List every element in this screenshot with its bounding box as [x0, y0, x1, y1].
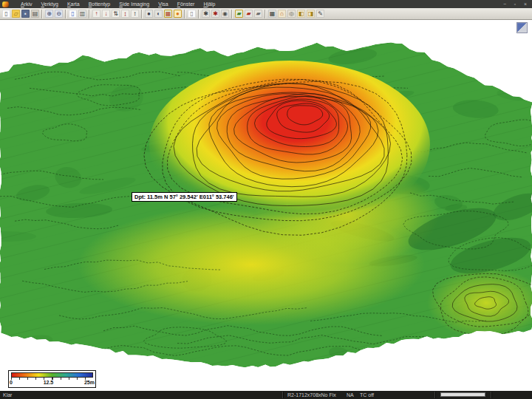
home-position-icon[interactable]: ⌂ — [278, 10, 286, 18]
toolbar-separator — [41, 10, 43, 18]
toolbar-separator — [231, 10, 233, 18]
swap-depth-icon[interactable]: ⇅ — [112, 10, 120, 18]
menu-item-f-nster[interactable]: Fönster — [173, 0, 200, 8]
grid-table-icon[interactable]: ▦ — [268, 10, 276, 18]
menu-item-visa[interactable]: Visa — [154, 0, 173, 8]
menu-item-karta[interactable]: Karta — [63, 0, 84, 8]
depth-scale-legend: 0 12.5 25m — [8, 370, 96, 388]
legend-mid-label: 12.5 — [44, 380, 54, 386]
toolbar-separator — [141, 10, 143, 18]
open-folder-icon[interactable]: ▱ — [12, 10, 20, 18]
status-na-text: NA — [347, 391, 354, 399]
legend-max-label: 25m — [84, 380, 95, 386]
menu-item-verktyg[interactable]: Verktyg — [37, 0, 63, 8]
status-progress-indicator — [440, 392, 485, 397]
toolbar-separator — [65, 10, 66, 18]
menu-item-bottentyp[interactable]: Bottentyp — [84, 0, 115, 8]
new-document-icon[interactable]: ▯ — [2, 10, 10, 18]
menu-item-arkiv[interactable]: Arkiv — [16, 0, 37, 8]
sonar-disc-icon[interactable]: ◉ — [221, 10, 229, 18]
menu-bar: ArkivVerktygKartaBottentypSide ImagingVi… — [0, 0, 532, 8]
menu-item-hj-lp[interactable]: Hjälp — [199, 0, 219, 8]
bathymetry-3d-terrain[interactable] — [0, 21, 532, 391]
minimize-button-icon[interactable]: − — [502, 0, 508, 8]
export-disc-icon[interactable]: ◎ — [287, 10, 296, 18]
toolbar-separator — [198, 10, 200, 18]
save-icon[interactable]: ▪ — [21, 10, 30, 18]
status-bar: Klar R2-1712x708xNo Fix NA TC off — [0, 391, 532, 399]
globe-3d-icon[interactable]: ● — [145, 10, 153, 18]
blank-page-icon[interactable]: ▯ — [188, 10, 196, 18]
restore-button-icon[interactable]: ▫ — [512, 0, 518, 8]
toolbar-separator — [265, 10, 266, 18]
stretch-depth-icon[interactable]: ↕ — [131, 10, 139, 18]
view-3d-icon[interactable]: ● — [174, 10, 182, 18]
report-document-icon[interactable]: ▯ — [69, 10, 77, 18]
shift-depth-down-icon[interactable]: ↓ — [102, 10, 110, 18]
settings-gear-icon[interactable]: ✱ — [202, 10, 210, 18]
menu-item-side-imaging[interactable]: Side Imaging — [115, 0, 154, 8]
tool-left-icon[interactable]: ◧ — [297, 10, 305, 18]
status-record-text: R2-1712x708xNo Fix — [287, 391, 336, 399]
tool-right-icon[interactable]: ◨ — [307, 10, 315, 18]
sidescan-green-icon[interactable]: ▰ — [235, 10, 243, 18]
navigation-widget-icon[interactable] — [516, 22, 528, 33]
app-icon[interactable] — [2, 1, 9, 7]
depth-gradient-bar — [11, 372, 93, 378]
toolbar: ▯▱▪▤⊕⊖▯▥↑↓⇅↨↕●◐▦●▯✱✱◉▰▰▰▦⌂◎◧◨✎ — [0, 8, 532, 20]
menu-items: ArkivVerktygKartaBottentypSide ImagingVi… — [16, 0, 219, 8]
status-tc-text: TC off — [360, 391, 374, 399]
close-button-icon[interactable]: × — [522, 0, 528, 8]
application-window: ArkivVerktygKartaBottentypSide ImagingVi… — [0, 0, 532, 399]
map-2d-view-icon[interactable]: ▦ — [164, 10, 172, 18]
zoom-in-icon[interactable]: ⊕ — [45, 10, 53, 18]
window-controls: − ▫ × — [502, 0, 528, 8]
map-canvas[interactable] — [0, 21, 532, 391]
sphere-view-icon[interactable]: ◐ — [154, 10, 163, 18]
sidescan-gray-icon[interactable]: ▰ — [254, 10, 262, 18]
legend-min-label: 0 — [10, 380, 13, 386]
record-settings-icon[interactable]: ✱ — [211, 10, 219, 18]
toolbar-separator — [184, 10, 185, 18]
adjust-level-icon[interactable]: ↨ — [121, 10, 129, 18]
sidescan-red-icon[interactable]: ▰ — [245, 10, 253, 18]
depth-chart-icon[interactable]: ▥ — [78, 10, 86, 18]
print-icon[interactable]: ▤ — [31, 10, 39, 18]
zoom-out-icon[interactable]: ⊖ — [55, 10, 63, 18]
shift-depth-up-icon[interactable]: ↑ — [92, 10, 100, 18]
edit-pencil-icon[interactable]: ✎ — [316, 10, 324, 18]
status-ready-text: Klar — [3, 391, 12, 399]
depth-position-tooltip: Dpt: 11.5m N 57° 29.542' E011° 53.746' — [132, 192, 237, 202]
toolbar-separator — [89, 10, 90, 18]
